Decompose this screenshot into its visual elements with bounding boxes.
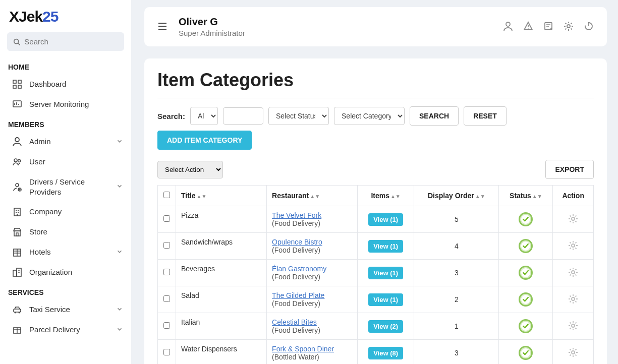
sidebar-item-label: Server Monitoring — [29, 99, 123, 109]
restaurant-link[interactable]: Celestial Bites — [272, 318, 317, 326]
select-all-checkbox[interactable] — [163, 192, 170, 198]
status-active-badge[interactable] — [519, 239, 533, 253]
view-items-button[interactable]: View (8) — [368, 347, 403, 359]
sidebar-item-dashboard[interactable]: Dashboard — [0, 74, 131, 94]
hamburger-icon[interactable] — [157, 21, 167, 33]
view-items-button[interactable]: View (1) — [368, 293, 403, 306]
col-restaurant[interactable]: Restaurant▲▼ — [267, 186, 358, 206]
chevron-down-icon — [116, 138, 123, 146]
category-select[interactable]: Select Category — [334, 107, 405, 125]
status-active-badge[interactable] — [519, 212, 533, 226]
status-active-badge[interactable] — [519, 319, 533, 333]
restaurant-link[interactable]: Élan Gastronomy — [272, 265, 326, 273]
status-active-badge[interactable] — [519, 266, 533, 280]
divider — [157, 98, 594, 98]
sidebar-item-server-monitoring[interactable]: Server Monitoring — [0, 94, 131, 114]
sidebar-search-input[interactable] — [24, 37, 118, 46]
sidebar-item-company[interactable]: Company — [0, 202, 131, 222]
col-display-order[interactable]: Display Order▲▼ — [414, 186, 499, 206]
view-items-button[interactable]: View (1) — [368, 213, 403, 226]
table-row: ItalianCelestial Bites(Food Delivery)Vie… — [158, 313, 594, 340]
cell-title: Pizza — [176, 206, 267, 233]
table-row: BeveragesÉlan Gastronomy(Food Delivery)V… — [158, 260, 594, 286]
col-status[interactable]: Status▲▼ — [499, 186, 553, 206]
row-action-gear-icon[interactable] — [568, 217, 578, 225]
cell-display-order: 5 — [414, 206, 499, 233]
search-button[interactable]: SEARCH — [410, 106, 459, 126]
view-items-button[interactable]: View (2) — [368, 320, 403, 333]
row-action-gear-icon[interactable] — [568, 297, 578, 306]
user-name: Oliver G — [179, 16, 245, 28]
row-checkbox[interactable] — [163, 295, 170, 302]
bulk-action-select[interactable]: Select Action — [157, 161, 223, 178]
sidebar-item-parcel-delivery[interactable]: Parcel Delivery — [0, 320, 131, 340]
table-row: SaladThe Gilded Plate(Food Delivery)View… — [158, 286, 594, 313]
sidebar-item-admin[interactable]: Admin — [0, 132, 131, 152]
sidebar-item-organization[interactable]: Organization — [0, 262, 131, 282]
col-items[interactable]: Items▲▼ — [357, 186, 414, 206]
search-label: Search: — [157, 112, 185, 120]
logo-part2: 25 — [42, 8, 58, 25]
add-item-category-button[interactable]: ADD ITEM CATEGORY — [157, 131, 252, 150]
reset-button[interactable]: RESET — [464, 106, 507, 126]
sidebar-item-label: Organization — [29, 267, 123, 277]
sidebar-item-user[interactable]: User — [0, 152, 131, 172]
row-checkbox[interactable] — [163, 215, 170, 222]
sidebar-item-store[interactable]: Store — [0, 222, 131, 242]
nav-section-title: SERVICES — [0, 285, 131, 299]
search-row: Search: All Select Status Select Categor… — [157, 106, 594, 150]
row-checkbox[interactable] — [163, 322, 170, 329]
cell-restaurant: The Gilded Plate(Food Delivery) — [267, 286, 358, 313]
power-icon[interactable] — [584, 21, 594, 33]
settings-icon[interactable] — [564, 21, 574, 33]
search-filter-select[interactable]: All — [190, 107, 218, 125]
restaurant-link[interactable]: The Velvet Fork — [272, 211, 321, 219]
sidebar-item-label: Dashboard — [29, 79, 123, 89]
view-items-button[interactable]: View (1) — [368, 267, 403, 279]
restaurant-link[interactable]: The Gilded Plate — [272, 291, 324, 299]
cell-display-order: 1 — [414, 313, 499, 340]
status-active-badge[interactable] — [519, 346, 533, 360]
restaurant-type: (Food Delivery) — [272, 299, 320, 308]
sidebar-search[interactable] — [7, 32, 124, 51]
sidebar-item-taxi-service[interactable]: Taxi Service — [0, 299, 131, 320]
cell-display-order: 3 — [414, 340, 499, 365]
main: Oliver G Super Administrator Item Catego… — [131, 0, 618, 364]
nav-section-title: HOME — [0, 60, 131, 74]
view-items-button[interactable]: View (1) — [368, 240, 403, 253]
chevron-down-icon — [116, 248, 123, 257]
grid-icon — [12, 79, 22, 89]
status-active-badge[interactable] — [519, 292, 533, 307]
sidebar-item-label: Admin — [29, 137, 109, 147]
restaurant-type: (Food Delivery) — [272, 273, 320, 281]
row-checkbox[interactable] — [163, 269, 170, 275]
col-action: Action — [553, 186, 594, 206]
user-block: Oliver G Super Administrator — [179, 16, 245, 37]
cell-restaurant: Opulence Bistro(Food Delivery) — [267, 233, 358, 260]
content-panel: Item Categories Search: All Select Statu… — [144, 58, 607, 364]
profile-icon[interactable] — [503, 21, 513, 33]
row-action-gear-icon[interactable] — [568, 351, 578, 359]
cell-display-order: 4 — [414, 233, 499, 260]
restaurant-link[interactable]: Fork & Spoon Diner — [272, 345, 334, 353]
row-action-gear-icon[interactable] — [568, 324, 578, 332]
status-select[interactable]: Select Status — [268, 107, 329, 125]
alerts-icon[interactable] — [523, 21, 533, 33]
notes-icon[interactable] — [543, 21, 553, 33]
row-action-gear-icon[interactable] — [568, 244, 578, 252]
users-icon — [12, 157, 22, 167]
chevron-down-icon — [116, 183, 123, 191]
sidebar-item-label: Store — [29, 227, 123, 237]
restaurant-link[interactable]: Opulence Bistro — [272, 238, 322, 246]
row-checkbox[interactable] — [163, 242, 170, 249]
col-title[interactable]: Title▲▼ — [176, 186, 267, 206]
topbar: Oliver G Super Administrator — [144, 7, 607, 46]
row-action-gear-icon[interactable] — [568, 271, 578, 279]
sidebar: XJek25 HOMEDashboardServer MonitoringMEM… — [0, 0, 131, 364]
sidebar-item-label: Hotels — [29, 247, 109, 257]
search-text-input[interactable] — [223, 107, 263, 125]
sidebar-item-drivers-service-providers[interactable]: Drivers / Service Providers — [0, 172, 131, 202]
export-button[interactable]: EXPORT — [545, 160, 594, 179]
sidebar-item-hotels[interactable]: Hotels — [0, 242, 131, 262]
row-checkbox[interactable] — [163, 349, 170, 355]
